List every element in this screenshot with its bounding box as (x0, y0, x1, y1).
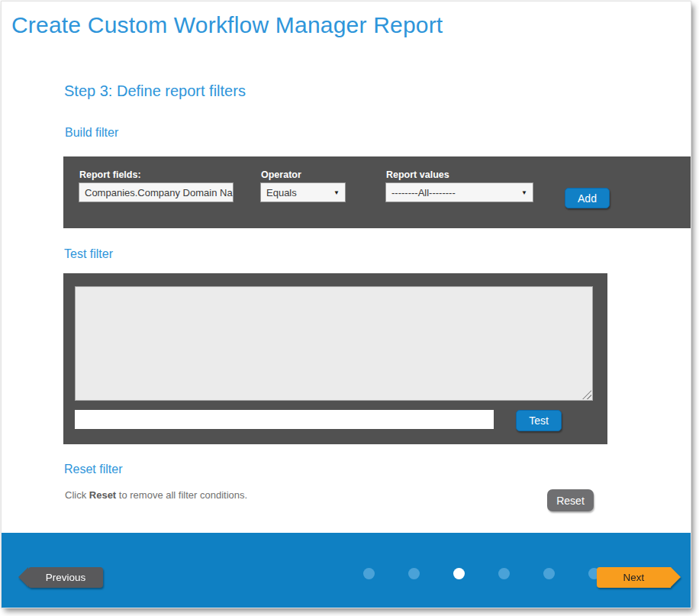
progress-dot (543, 568, 555, 579)
progress-dots (363, 568, 600, 579)
report-values-select[interactable]: --------All-------- ▼ (385, 182, 533, 202)
page-title: Create Custom Workflow Manager Report (11, 12, 443, 38)
test-button[interactable]: Test (516, 410, 562, 431)
progress-dot (408, 568, 420, 579)
build-filter-heading: Build filter (65, 126, 118, 140)
progress-dot (363, 568, 375, 579)
report-fields-select[interactable]: Companies.Company Domain Na ▼ (79, 182, 234, 202)
next-button[interactable]: Next (597, 567, 671, 588)
report-fields-label: Report fields: (79, 169, 141, 180)
build-filter-bar: Report fields: Operator Report values Co… (63, 156, 691, 228)
reset-instruction-prefix: Click (65, 489, 89, 501)
previous-button-wrap: Previous (18, 567, 103, 588)
wizard-page: Create Custom Workflow Manager Report St… (1, 1, 691, 608)
add-button[interactable]: Add (565, 188, 610, 208)
operator-select[interactable]: Equals ▼ (260, 182, 346, 202)
chevron-down-icon: ▼ (333, 189, 340, 196)
progress-dot (498, 568, 510, 579)
report-fields-selected-value: Companies.Company Domain Na (85, 187, 233, 198)
operator-selected-value: Equals (266, 187, 297, 198)
filter-expression-textarea[interactable] (75, 286, 593, 401)
wizard-footer: Previous Next (2, 533, 691, 608)
report-values-selected-value: --------All-------- (391, 187, 456, 198)
operator-label: Operator (261, 169, 301, 180)
reset-instruction-bold: Reset (89, 489, 116, 501)
reset-button[interactable]: Reset (547, 489, 594, 511)
test-value-input[interactable] (75, 410, 494, 429)
reset-filter-heading: Reset filter (64, 463, 122, 476)
chevron-down-icon: ▼ (521, 189, 527, 196)
report-values-label: Report values (386, 169, 449, 180)
test-filter-heading: Test filter (64, 247, 113, 261)
previous-button[interactable]: Previous (28, 567, 103, 588)
test-filter-panel: Test (63, 273, 607, 444)
step-title: Step 3: Define report filters (64, 82, 246, 100)
reset-instruction: Click Reset to remove all filter conditi… (65, 489, 247, 501)
progress-dot-active (453, 568, 465, 579)
next-button-wrap: Next (597, 567, 671, 588)
reset-instruction-suffix: to remove all filter conditions. (116, 489, 247, 501)
